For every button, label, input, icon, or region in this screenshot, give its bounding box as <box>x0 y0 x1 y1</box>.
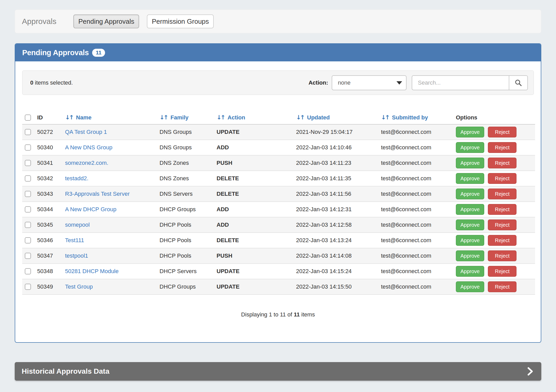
approve-button[interactable]: Approve <box>456 266 484 277</box>
row-checkbox[interactable] <box>25 268 31 274</box>
cell-options: Approve Reject <box>456 140 535 155</box>
row-checkbox[interactable] <box>25 129 31 135</box>
row-checkbox[interactable] <box>25 237 31 243</box>
approve-button[interactable]: Approve <box>456 158 484 168</box>
action-label: Action: <box>308 79 328 86</box>
name-link[interactable]: somezone2.com. <box>65 160 108 166</box>
name-link[interactable]: QA Test Group 1 <box>65 129 107 135</box>
cell-updated: 2022-Jan-03 14:11:56 <box>296 186 381 202</box>
column-header-updated[interactable]: ↓↑Updated <box>296 111 381 124</box>
table-row: 50341 somezone2.com. DNS Zones PUSH 2022… <box>22 155 535 171</box>
cell-name: 50281 DHCP Module <box>65 264 160 279</box>
cell-options: Approve Reject <box>456 186 535 202</box>
cell-options: Approve Reject <box>456 155 535 171</box>
row-checkbox[interactable] <box>25 191 31 197</box>
cell-options: Approve Reject <box>456 171 535 186</box>
select-all-checkbox[interactable] <box>25 115 31 121</box>
action-select[interactable]: none <box>332 75 407 90</box>
reject-button[interactable]: Reject <box>488 142 517 153</box>
column-header-name[interactable]: ↓↑Name <box>65 111 160 124</box>
name-link[interactable]: A New DNS Group <box>65 144 112 151</box>
cell-submitted-by: test@6connect.com <box>381 248 456 264</box>
cell-action: PUSH <box>217 155 296 171</box>
cell-updated: 2022-Jan-03 14:11:35 <box>296 171 381 186</box>
cell-updated: 2022-Jan-03 14:12:31 <box>296 202 381 217</box>
name-link[interactable]: testadd2. <box>65 175 89 182</box>
row-checkbox[interactable] <box>25 284 31 290</box>
cell-id: 50272 <box>37 124 65 140</box>
cell-submitted-by: test@6connect.com <box>381 124 456 140</box>
name-link[interactable]: Test111 <box>65 237 84 243</box>
reject-button[interactable]: Reject <box>488 250 517 261</box>
cell-action: UPDATE <box>217 124 296 140</box>
name-link[interactable]: somepool <box>65 222 90 228</box>
search-button[interactable] <box>509 76 527 90</box>
reject-button[interactable]: Reject <box>488 204 517 215</box>
cell-action: DELETE <box>217 186 296 202</box>
name-link[interactable]: testpool1 <box>65 252 88 259</box>
column-header-action[interactable]: ↓↑Action <box>217 111 296 124</box>
reject-button[interactable]: Reject <box>488 173 517 184</box>
reject-button[interactable]: Reject <box>488 266 517 277</box>
cell-id: 50341 <box>37 155 65 171</box>
table-row: 50348 50281 DHCP Module DHCP Servers UPD… <box>22 264 535 279</box>
approve-button[interactable]: Approve <box>456 173 484 184</box>
column-header-submitted-by[interactable]: ↓↑Submitted by <box>381 111 456 124</box>
approve-button[interactable]: Approve <box>456 235 484 246</box>
cell-id: 50342 <box>37 171 65 186</box>
reject-button[interactable]: Reject <box>488 235 517 246</box>
cell-family: DNS Groups <box>160 140 217 155</box>
action-select-value: none <box>338 79 351 86</box>
approve-button[interactable]: Approve <box>456 142 484 153</box>
table-row: 50344 A New DHCP Group DHCP Groups ADD 2… <box>22 202 535 217</box>
cell-name: Test111 <box>65 233 160 248</box>
chevron-right-icon <box>527 367 534 376</box>
reject-button[interactable]: Reject <box>488 219 517 230</box>
approve-button[interactable]: Approve <box>456 204 484 215</box>
cell-updated: 2022-Jan-03 14:12:58 <box>296 217 381 233</box>
cell-updated: 2022-Jan-03 14:13:24 <box>296 233 381 248</box>
cell-options: Approve Reject <box>456 264 535 279</box>
column-header-family[interactable]: ↓↑Family <box>160 111 217 124</box>
reject-button[interactable]: Reject <box>488 189 517 199</box>
pending-count-badge: 11 <box>92 49 105 57</box>
name-link[interactable]: 50281 DHCP Module <box>65 268 119 274</box>
approve-button[interactable]: Approve <box>456 219 484 230</box>
row-checkbox[interactable] <box>25 175 31 182</box>
search-input[interactable] <box>412 76 509 90</box>
cell-updated: 2022-Jan-03 14:15:50 <box>296 279 381 295</box>
table-header-row: ID ↓↑Name ↓↑Family ↓↑Action ↓↑Updated ↓↑… <box>22 111 535 124</box>
column-header-id: ID <box>37 111 65 124</box>
cell-id: 50343 <box>37 186 65 202</box>
name-link[interactable]: Test Group <box>65 283 93 290</box>
name-link[interactable]: A New DHCP Group <box>65 206 116 213</box>
panel-body: 0 items selected. Action: none <box>15 61 541 342</box>
table-row: 50346 Test111 DHCP Pools DELETE 2022-Jan… <box>22 233 535 248</box>
reject-button[interactable]: Reject <box>488 281 517 292</box>
cell-id: 50345 <box>37 217 65 233</box>
row-checkbox[interactable] <box>25 144 31 151</box>
row-checkbox[interactable] <box>25 160 31 166</box>
reject-button[interactable]: Reject <box>488 127 517 137</box>
selected-count: 0 <box>30 79 33 86</box>
name-link[interactable]: R3-Approvals Test Server <box>65 191 130 197</box>
cell-family: DHCP Pools <box>160 248 217 264</box>
cell-name: somepool <box>65 217 160 233</box>
tab-permission-groups[interactable]: Permission Groups <box>147 14 214 28</box>
row-checkbox[interactable] <box>25 206 31 213</box>
sort-icon: ↓↑ <box>65 114 73 121</box>
approve-button[interactable]: Approve <box>456 281 484 292</box>
approve-button[interactable]: Approve <box>456 250 484 261</box>
cell-action: ADD <box>217 202 296 217</box>
reject-button[interactable]: Reject <box>488 158 517 168</box>
approve-button[interactable]: Approve <box>456 127 484 137</box>
approve-button[interactable]: Approve <box>456 189 484 199</box>
tab-pending-approvals[interactable]: Pending Approvals <box>73 14 139 28</box>
cell-family: DHCP Groups <box>160 279 217 295</box>
row-checkbox[interactable] <box>25 222 31 228</box>
page-toolbar: Approvals Pending Approvals Permission G… <box>15 10 541 33</box>
sort-icon: ↓↑ <box>296 114 304 121</box>
cell-options: Approve Reject <box>456 217 535 233</box>
row-checkbox[interactable] <box>25 253 31 259</box>
historical-approvals-bar[interactable]: Historical Approvals Data <box>15 362 541 381</box>
